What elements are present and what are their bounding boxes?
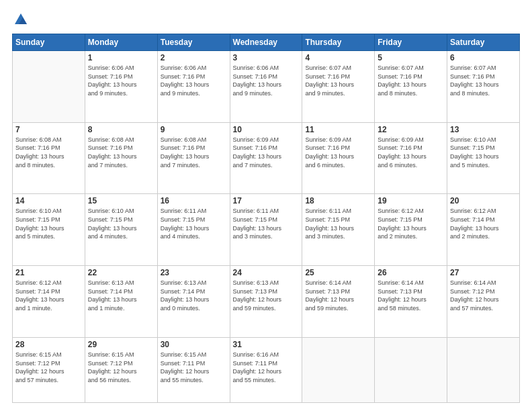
calendar-cell: 4Sunrise: 6:07 AM Sunset: 7:16 PM Daylig… <box>302 51 375 123</box>
calendar-cell: 18Sunrise: 6:11 AM Sunset: 7:15 PM Dayli… <box>302 194 375 266</box>
calendar-cell: 12Sunrise: 6:09 AM Sunset: 7:16 PM Dayli… <box>375 122 447 194</box>
calendar-cell: 31Sunrise: 6:16 AM Sunset: 7:11 PM Dayli… <box>230 337 302 402</box>
calendar-cell: 14Sunrise: 6:10 AM Sunset: 7:15 PM Dayli… <box>13 194 85 266</box>
day-number: 9 <box>161 125 227 134</box>
page: SundayMondayTuesdayWednesdayThursdayFrid… <box>0 0 532 411</box>
day-number: 25 <box>305 268 371 277</box>
weekday-header-sunday: Sunday <box>13 34 85 51</box>
day-number: 11 <box>305 125 371 134</box>
calendar-cell: 20Sunrise: 6:12 AM Sunset: 7:14 PM Dayli… <box>447 194 520 266</box>
day-number: 12 <box>378 125 444 134</box>
day-number: 10 <box>233 125 300 134</box>
day-info: Sunrise: 6:11 AM Sunset: 7:15 PM Dayligh… <box>161 207 227 240</box>
calendar-cell: 7Sunrise: 6:08 AM Sunset: 7:16 PM Daylig… <box>13 122 85 194</box>
day-info: Sunrise: 6:10 AM Sunset: 7:15 PM Dayligh… <box>15 207 82 240</box>
day-number: 3 <box>233 53 300 62</box>
day-number: 21 <box>15 268 82 277</box>
day-number: 26 <box>378 268 444 277</box>
day-info: Sunrise: 6:06 AM Sunset: 7:16 PM Dayligh… <box>233 64 300 97</box>
day-info: Sunrise: 6:09 AM Sunset: 7:16 PM Dayligh… <box>233 136 300 169</box>
day-number: 1 <box>88 53 154 62</box>
day-number: 30 <box>161 340 227 349</box>
calendar-week-row: 21Sunrise: 6:12 AM Sunset: 7:14 PM Dayli… <box>13 266 520 338</box>
weekday-header-wednesday: Wednesday <box>230 34 302 51</box>
calendar-cell: 23Sunrise: 6:13 AM Sunset: 7:14 PM Dayli… <box>157 266 230 338</box>
day-number: 2 <box>161 53 227 62</box>
calendar-header-row: SundayMondayTuesdayWednesdayThursdayFrid… <box>13 34 520 51</box>
day-info: Sunrise: 6:07 AM Sunset: 7:16 PM Dayligh… <box>450 64 517 97</box>
day-info: Sunrise: 6:15 AM Sunset: 7:12 PM Dayligh… <box>15 351 82 384</box>
calendar-cell: 8Sunrise: 6:08 AM Sunset: 7:16 PM Daylig… <box>85 122 157 194</box>
day-info: Sunrise: 6:16 AM Sunset: 7:11 PM Dayligh… <box>233 351 300 384</box>
day-info: Sunrise: 6:06 AM Sunset: 7:16 PM Dayligh… <box>88 64 154 97</box>
calendar-cell: 30Sunrise: 6:15 AM Sunset: 7:11 PM Dayli… <box>157 337 230 402</box>
day-number: 15 <box>88 196 154 205</box>
day-number: 19 <box>378 196 444 205</box>
logo-icon <box>13 12 28 27</box>
calendar-cell: 21Sunrise: 6:12 AM Sunset: 7:14 PM Dayli… <box>13 266 85 338</box>
calendar-cell: 25Sunrise: 6:14 AM Sunset: 7:13 PM Dayli… <box>302 266 375 338</box>
day-info: Sunrise: 6:10 AM Sunset: 7:15 PM Dayligh… <box>450 136 517 169</box>
day-info: Sunrise: 6:15 AM Sunset: 7:11 PM Dayligh… <box>161 351 227 384</box>
day-info: Sunrise: 6:11 AM Sunset: 7:15 PM Dayligh… <box>233 207 300 240</box>
weekday-header-saturday: Saturday <box>447 34 520 51</box>
day-info: Sunrise: 6:08 AM Sunset: 7:16 PM Dayligh… <box>15 136 82 169</box>
day-number: 27 <box>450 268 517 277</box>
day-info: Sunrise: 6:09 AM Sunset: 7:16 PM Dayligh… <box>378 136 444 169</box>
day-info: Sunrise: 6:13 AM Sunset: 7:14 PM Dayligh… <box>161 279 227 312</box>
day-number: 7 <box>15 125 82 134</box>
day-info: Sunrise: 6:11 AM Sunset: 7:15 PM Dayligh… <box>305 207 371 240</box>
calendar-cell <box>302 337 375 402</box>
weekday-header-thursday: Thursday <box>302 34 375 51</box>
weekday-header-tuesday: Tuesday <box>157 34 230 51</box>
day-info: Sunrise: 6:14 AM Sunset: 7:13 PM Dayligh… <box>305 279 371 312</box>
calendar-cell <box>13 51 85 123</box>
day-number: 24 <box>233 268 300 277</box>
calendar-cell: 16Sunrise: 6:11 AM Sunset: 7:15 PM Dayli… <box>157 194 230 266</box>
calendar-week-row: 7Sunrise: 6:08 AM Sunset: 7:16 PM Daylig… <box>13 122 520 194</box>
calendar-cell: 28Sunrise: 6:15 AM Sunset: 7:12 PM Dayli… <box>13 337 85 402</box>
calendar-cell: 13Sunrise: 6:10 AM Sunset: 7:15 PM Dayli… <box>447 122 520 194</box>
day-number: 22 <box>88 268 154 277</box>
header <box>12 12 520 27</box>
day-info: Sunrise: 6:06 AM Sunset: 7:16 PM Dayligh… <box>161 64 227 97</box>
calendar-cell <box>447 337 520 402</box>
calendar-cell: 19Sunrise: 6:12 AM Sunset: 7:15 PM Dayli… <box>375 194 447 266</box>
day-info: Sunrise: 6:08 AM Sunset: 7:16 PM Dayligh… <box>88 136 154 169</box>
day-info: Sunrise: 6:10 AM Sunset: 7:15 PM Dayligh… <box>88 207 154 240</box>
calendar-week-row: 1Sunrise: 6:06 AM Sunset: 7:16 PM Daylig… <box>13 51 520 123</box>
calendar-cell: 1Sunrise: 6:06 AM Sunset: 7:16 PM Daylig… <box>85 51 157 123</box>
day-info: Sunrise: 6:09 AM Sunset: 7:16 PM Dayligh… <box>305 136 371 169</box>
day-info: Sunrise: 6:15 AM Sunset: 7:12 PM Dayligh… <box>88 351 154 384</box>
day-number: 5 <box>378 53 444 62</box>
day-info: Sunrise: 6:12 AM Sunset: 7:14 PM Dayligh… <box>450 207 517 240</box>
logo <box>12 12 28 27</box>
calendar-cell: 24Sunrise: 6:13 AM Sunset: 7:13 PM Dayli… <box>230 266 302 338</box>
day-info: Sunrise: 6:13 AM Sunset: 7:13 PM Dayligh… <box>233 279 300 312</box>
calendar-week-row: 28Sunrise: 6:15 AM Sunset: 7:12 PM Dayli… <box>13 337 520 402</box>
calendar-cell: 3Sunrise: 6:06 AM Sunset: 7:16 PM Daylig… <box>230 51 302 123</box>
day-number: 17 <box>233 196 300 205</box>
day-number: 13 <box>450 125 517 134</box>
day-info: Sunrise: 6:14 AM Sunset: 7:13 PM Dayligh… <box>378 279 444 312</box>
calendar-cell: 17Sunrise: 6:11 AM Sunset: 7:15 PM Dayli… <box>230 194 302 266</box>
day-info: Sunrise: 6:12 AM Sunset: 7:14 PM Dayligh… <box>15 279 82 312</box>
calendar-cell: 27Sunrise: 6:14 AM Sunset: 7:12 PM Dayli… <box>447 266 520 338</box>
day-info: Sunrise: 6:08 AM Sunset: 7:16 PM Dayligh… <box>161 136 227 169</box>
day-number: 16 <box>161 196 227 205</box>
calendar-cell: 22Sunrise: 6:13 AM Sunset: 7:14 PM Dayli… <box>85 266 157 338</box>
calendar-cell: 15Sunrise: 6:10 AM Sunset: 7:15 PM Dayli… <box>85 194 157 266</box>
day-info: Sunrise: 6:13 AM Sunset: 7:14 PM Dayligh… <box>88 279 154 312</box>
day-number: 18 <box>305 196 371 205</box>
day-number: 28 <box>15 340 82 349</box>
calendar-cell: 2Sunrise: 6:06 AM Sunset: 7:16 PM Daylig… <box>157 51 230 123</box>
calendar-cell: 29Sunrise: 6:15 AM Sunset: 7:12 PM Dayli… <box>85 337 157 402</box>
day-number: 20 <box>450 196 517 205</box>
day-number: 4 <box>305 53 371 62</box>
calendar-cell: 5Sunrise: 6:07 AM Sunset: 7:16 PM Daylig… <box>375 51 447 123</box>
calendar-cell: 11Sunrise: 6:09 AM Sunset: 7:16 PM Dayli… <box>302 122 375 194</box>
day-number: 29 <box>88 340 154 349</box>
calendar-cell: 26Sunrise: 6:14 AM Sunset: 7:13 PM Dayli… <box>375 266 447 338</box>
day-number: 6 <box>450 53 517 62</box>
calendar-table: SundayMondayTuesdayWednesdayThursdayFrid… <box>12 34 520 403</box>
